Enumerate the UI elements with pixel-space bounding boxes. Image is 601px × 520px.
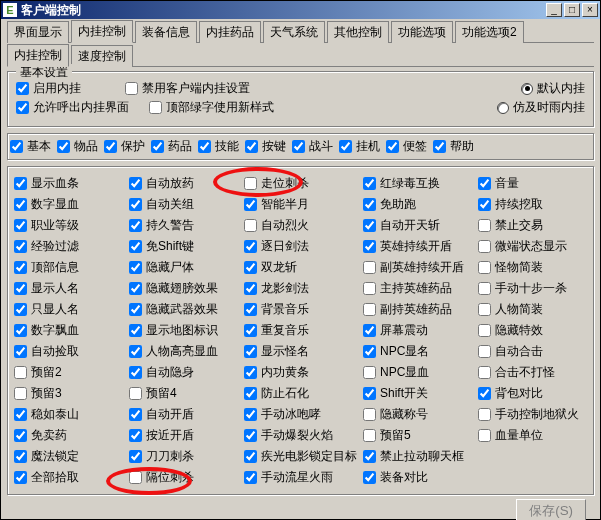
save-button[interactable]: 保存(S) <box>516 499 586 520</box>
option-item[interactable]: 龙影剑法 <box>244 280 357 297</box>
option-item[interactable]: 屏幕震动 <box>363 322 472 339</box>
main-tab[interactable]: 天气系统 <box>263 21 325 43</box>
sub-tab[interactable]: 内挂控制 <box>7 44 69 67</box>
option-item[interactable]: 自动隐身 <box>129 364 238 381</box>
radio-timely-rain[interactable]: 仿及时雨内挂 <box>497 99 585 116</box>
option-item[interactable]: 持续挖取 <box>478 196 587 213</box>
option-item[interactable]: 手动十步一杀 <box>478 280 587 297</box>
option-item[interactable]: 内功黄条 <box>244 364 357 381</box>
filter-基本[interactable]: 基本 <box>10 138 51 155</box>
filter-帮助[interactable]: 帮助 <box>433 138 474 155</box>
option-item[interactable]: 手动爆裂火焰 <box>244 427 357 444</box>
option-item[interactable]: 按近开盾 <box>129 427 238 444</box>
main-tab[interactable]: 内挂控制 <box>71 20 133 43</box>
chk-allow-callout[interactable]: 允许呼出内挂界面 <box>16 99 129 116</box>
option-item[interactable]: 人物高亮显血 <box>129 343 238 360</box>
option-item[interactable]: 免Shift键 <box>129 238 238 255</box>
option-item[interactable]: 微端状态显示 <box>478 238 587 255</box>
option-item[interactable]: 血量单位 <box>478 427 587 444</box>
filter-保护[interactable]: 保护 <box>104 138 145 155</box>
option-item[interactable]: 双龙斩 <box>244 259 357 276</box>
option-item[interactable]: 显示地图标识 <box>129 322 238 339</box>
option-item[interactable]: 走位刺杀 <box>244 175 357 192</box>
option-item[interactable]: 预留3 <box>14 385 123 402</box>
option-item[interactable]: 隐藏称号 <box>363 406 472 423</box>
option-item[interactable]: 自动合击 <box>478 343 587 360</box>
close-button[interactable]: × <box>582 3 598 17</box>
option-item[interactable]: 显示怪名 <box>244 343 357 360</box>
option-item[interactable]: 逐日剑法 <box>244 238 357 255</box>
option-item[interactable]: 红绿毒互换 <box>363 175 472 192</box>
option-item[interactable]: 经验过滤 <box>14 238 123 255</box>
option-item[interactable]: 自动烈火 <box>244 217 357 234</box>
option-item[interactable]: 隐藏武器效果 <box>129 301 238 318</box>
option-item[interactable]: 全部拾取 <box>14 469 123 486</box>
option-item[interactable]: 背包对比 <box>478 385 587 402</box>
option-item[interactable]: 隐藏尸体 <box>129 259 238 276</box>
option-item[interactable]: 手动控制地狱火 <box>478 406 587 423</box>
option-item[interactable]: NPC显名 <box>363 343 472 360</box>
option-item[interactable]: 禁止拉动聊天框 <box>363 448 472 465</box>
option-item[interactable]: 怪物简装 <box>478 259 587 276</box>
option-item[interactable]: 顶部信息 <box>14 259 123 276</box>
filter-药品[interactable]: 药品 <box>151 138 192 155</box>
sub-tab[interactable]: 速度控制 <box>71 45 133 67</box>
option-item[interactable]: 英雄持续开盾 <box>363 238 472 255</box>
filter-物品[interactable]: 物品 <box>57 138 98 155</box>
option-item[interactable]: 自动开天斩 <box>363 217 472 234</box>
filter-战斗[interactable]: 战斗 <box>292 138 333 155</box>
option-item[interactable]: 自动捡取 <box>14 343 123 360</box>
filter-便签[interactable]: 便签 <box>386 138 427 155</box>
option-item[interactable]: 背景音乐 <box>244 301 357 318</box>
option-item[interactable]: NPC显血 <box>363 364 472 381</box>
option-item[interactable]: 智能半月 <box>244 196 357 213</box>
minimize-button[interactable]: _ <box>546 3 562 17</box>
radio-default[interactable]: 默认内挂 <box>521 80 585 97</box>
option-item[interactable]: 自动关组 <box>129 196 238 213</box>
option-item[interactable]: 禁止交易 <box>478 217 587 234</box>
option-item[interactable]: 手动流星火雨 <box>244 469 357 486</box>
option-item[interactable]: 只显人名 <box>14 301 123 318</box>
option-item[interactable]: 人物简装 <box>478 301 587 318</box>
option-item[interactable]: 自动放药 <box>129 175 238 192</box>
option-item[interactable]: 隐藏特效 <box>478 322 587 339</box>
option-item[interactable]: 副英雄持续开盾 <box>363 259 472 276</box>
option-item[interactable]: 手动冰咆哮 <box>244 406 357 423</box>
option-item[interactable]: 音量 <box>478 175 587 192</box>
option-item[interactable]: 持久警告 <box>129 217 238 234</box>
option-item[interactable]: 合击不打怪 <box>478 364 587 381</box>
option-item[interactable]: 预留5 <box>363 427 472 444</box>
option-item[interactable]: 数字飘血 <box>14 322 123 339</box>
main-tab[interactable]: 装备信息 <box>135 21 197 43</box>
option-item[interactable]: 职业等级 <box>14 217 123 234</box>
filter-挂机[interactable]: 挂机 <box>339 138 380 155</box>
option-item[interactable]: 免助跑 <box>363 196 472 213</box>
option-item[interactable]: 显示人名 <box>14 280 123 297</box>
main-tab[interactable]: 界面显示 <box>7 21 69 43</box>
filter-技能[interactable]: 技能 <box>198 138 239 155</box>
option-item[interactable]: 稳如泰山 <box>14 406 123 423</box>
main-tab[interactable]: 其他控制 <box>327 21 389 43</box>
option-item[interactable]: 防止石化 <box>244 385 357 402</box>
option-item[interactable]: 自动开盾 <box>129 406 238 423</box>
option-item[interactable]: 疾光电影锁定目标 <box>244 448 357 465</box>
chk-disable-client-settings[interactable]: 禁用客户端内挂设置 <box>125 80 250 97</box>
option-item[interactable]: 隐藏翅膀效果 <box>129 280 238 297</box>
option-item[interactable]: 主持英雄药品 <box>363 280 472 297</box>
chk-enable-internal[interactable]: 启用内挂 <box>16 80 81 97</box>
main-tab[interactable]: 内挂药品 <box>199 21 261 43</box>
option-item[interactable]: 数字显血 <box>14 196 123 213</box>
option-item[interactable]: 隔位刺杀 <box>129 469 238 486</box>
option-item[interactable]: 重复音乐 <box>244 322 357 339</box>
option-item[interactable]: 免卖药 <box>14 427 123 444</box>
option-item[interactable]: 副持英雄药品 <box>363 301 472 318</box>
option-item[interactable]: 刀刀刺杀 <box>129 448 238 465</box>
main-tab[interactable]: 功能选项 <box>391 21 453 43</box>
chk-top-green-new-style[interactable]: 顶部绿字使用新样式 <box>149 99 274 116</box>
option-item[interactable]: Shift开关 <box>363 385 472 402</box>
option-item[interactable]: 魔法锁定 <box>14 448 123 465</box>
option-item[interactable]: 显示血条 <box>14 175 123 192</box>
main-tab[interactable]: 功能选项2 <box>455 21 524 43</box>
option-item[interactable]: 预留4 <box>129 385 238 402</box>
filter-按键[interactable]: 按键 <box>245 138 286 155</box>
